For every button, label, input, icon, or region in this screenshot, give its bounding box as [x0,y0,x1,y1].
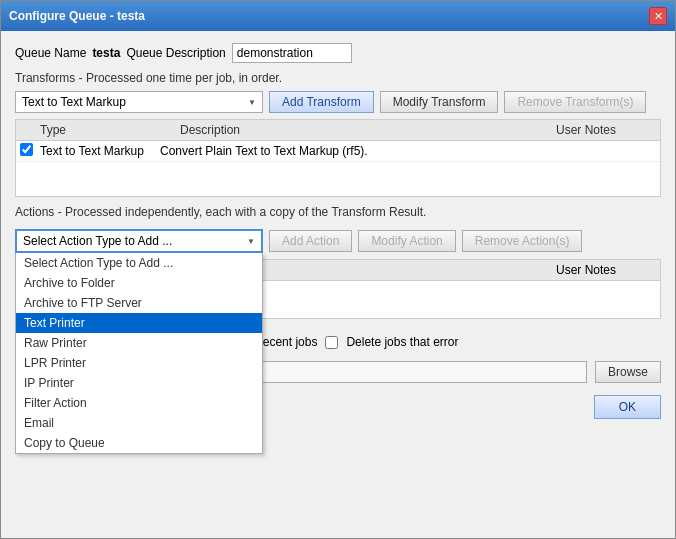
notes-col-header: User Notes [556,123,656,137]
dropdown-item-8[interactable]: Email [16,413,262,433]
queue-name-label: Queue Name [15,46,86,60]
dropdown-item-0[interactable]: Select Action Type to Add ... [16,253,262,273]
dropdown-item-9[interactable]: Copy to Queue [16,433,262,453]
title-bar: Configure Queue - testa ✕ [1,1,675,31]
transforms-section-label: Transforms - Processed one time per job,… [15,71,661,85]
queue-info-row: Queue Name testa Queue Description [15,43,661,63]
dropdown-item-3[interactable]: Text Printer [16,313,262,333]
row-description: Convert Plain Text to Text Markup (rf5). [160,144,556,158]
queue-name-value: testa [92,46,120,60]
action-dropdown-list: Select Action Type to Add ... Archive to… [15,253,263,454]
row-type: Text to Text Markup [40,144,160,158]
transform-dropdown-arrow: ▼ [248,98,256,107]
dropdown-item-5[interactable]: LPR Printer [16,353,262,373]
add-action-button[interactable]: Add Action [269,230,352,252]
remove-action-button[interactable]: Remove Action(s) [462,230,583,252]
modify-transform-button[interactable]: Modify Transform [380,91,499,113]
desc-col-header: Description [180,123,556,137]
delete-error-checkbox[interactable] [325,336,338,349]
browse-button[interactable]: Browse [595,361,661,383]
dropdown-item-6[interactable]: IP Printer [16,373,262,393]
dropdown-item-2[interactable]: Archive to FTP Server [16,293,262,313]
remove-transform-button[interactable]: Remove Transform(s) [504,91,646,113]
main-content: Queue Name testa Queue Description Trans… [1,31,675,538]
queue-description-input[interactable] [232,43,352,63]
ok-button[interactable]: OK [594,395,661,419]
transforms-table-header: Type Description User Notes [16,120,660,141]
table-row[interactable]: Text to Text Markup Convert Plain Text t… [16,141,660,162]
actions-toolbar: Select Action Type to Add ... ▼ Select A… [15,229,661,253]
delete-error-label: Delete jobs that error [346,335,458,349]
action-type-dropdown[interactable]: Select Action Type to Add ... ▼ [15,229,263,253]
row-checkbox-cell [20,143,40,159]
actions-section-label: Actions - Processed independently, each … [15,205,661,219]
window-title: Configure Queue - testa [9,9,145,23]
action-dropdown-value: Select Action Type to Add ... [23,234,172,248]
transform-type-dropdown[interactable]: Text to Text Markup ▼ [15,91,263,113]
transforms-table: Type Description User Notes Text to Text… [15,119,661,197]
add-transform-button[interactable]: Add Transform [269,91,374,113]
row-checkbox[interactable] [20,143,33,156]
type-col-header: Type [40,123,180,137]
actions-section: Actions - Processed independently, each … [15,205,661,319]
dropdown-item-4[interactable]: Raw Printer [16,333,262,353]
queue-desc-label: Queue Description [126,46,225,60]
transform-dropdown-value: Text to Text Markup [22,95,126,109]
close-button[interactable]: ✕ [649,7,667,25]
action-dropdown-container: Select Action Type to Add ... ▼ Select A… [15,229,263,253]
dropdown-item-7[interactable]: Filter Action [16,393,262,413]
transforms-toolbar: Text to Text Markup ▼ Add Transform Modi… [15,91,661,113]
transforms-table-body: Text to Text Markup Convert Plain Text t… [16,141,660,196]
dropdown-item-1[interactable]: Archive to Folder [16,273,262,293]
modify-action-button[interactable]: Modify Action [358,230,455,252]
action-notes-col-header: User Notes [556,263,656,277]
configure-queue-window: Configure Queue - testa ✕ Queue Name tes… [0,0,676,539]
transforms-section: Transforms - Processed one time per job,… [15,71,661,197]
action-dropdown-arrow: ▼ [247,237,255,246]
check-col-header [20,123,40,137]
